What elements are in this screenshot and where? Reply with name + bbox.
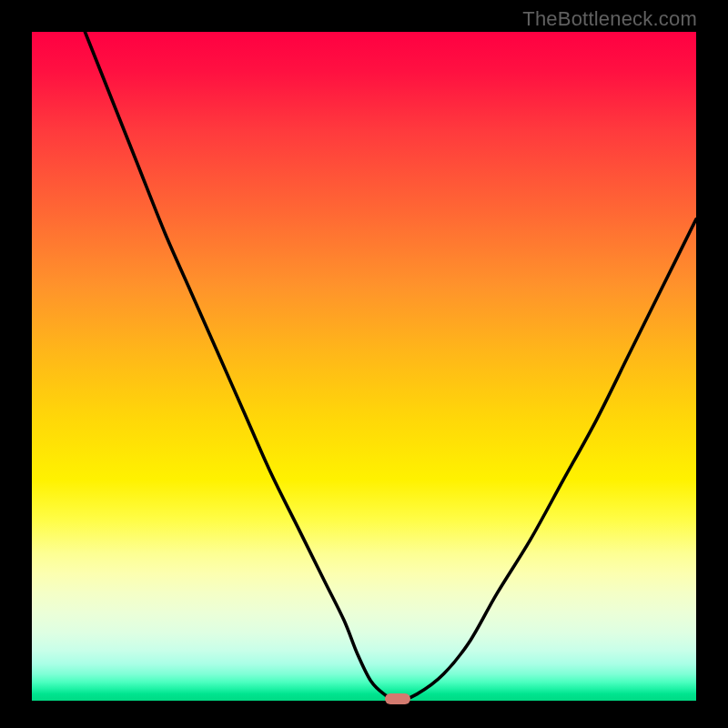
watermark-text: TheBottleneck.com (522, 7, 697, 31)
chart-frame: TheBottleneck.com (0, 0, 728, 728)
minimum-marker (385, 693, 410, 704)
curve-path (85, 32, 696, 701)
plot-area (32, 32, 696, 701)
bottleneck-curve (32, 32, 696, 701)
